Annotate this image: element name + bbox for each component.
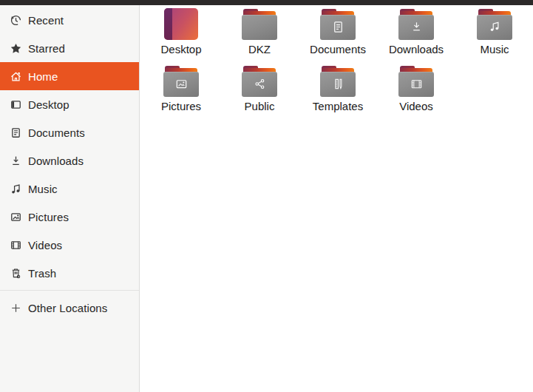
file-manager-window: Recent Starred Home Desktop Documents: [0, 0, 533, 392]
sidebar-item-label: Home: [28, 70, 58, 83]
sidebar-item-home[interactable]: Home: [0, 62, 139, 90]
file-item-downloads[interactable]: Downloads: [377, 7, 455, 64]
download-icon: [10, 155, 22, 167]
music-glyph-icon: [488, 20, 502, 34]
clock-icon: [10, 14, 22, 27]
window-header-edge: [0, 0, 533, 5]
picture-icon: [10, 211, 22, 223]
folder-templates-icon: [319, 64, 356, 98]
sidebar-separator: [0, 290, 139, 291]
file-item-dkz[interactable]: DKZ: [220, 7, 299, 64]
sidebar-item-downloads[interactable]: Downloads: [0, 146, 139, 175]
folder-music-icon: [476, 7, 513, 41]
sidebar-item-pictures[interactable]: Pictures: [0, 203, 139, 231]
folder-share-icon: [241, 64, 278, 98]
sidebar-item-label: Documents: [28, 126, 85, 139]
share-glyph-icon: [253, 77, 267, 91]
sidebar: Recent Starred Home Desktop Documents: [0, 5, 140, 392]
file-item-videos[interactable]: Videos: [377, 64, 455, 121]
sidebar-item-desktop[interactable]: Desktop: [0, 90, 139, 118]
file-label: Music: [480, 43, 509, 55]
folder-downloads-icon: [398, 7, 435, 41]
file-label: Pictures: [161, 100, 201, 112]
file-item-desktop[interactable]: Desktop: [142, 7, 220, 64]
sidebar-item-label: Starred: [28, 42, 65, 55]
sidebar-item-music[interactable]: Music: [0, 175, 139, 203]
desktop-panel-icon: [10, 98, 22, 111]
sidebar-item-label: Downloads: [28, 155, 84, 167]
picture-glyph-icon: [174, 77, 189, 91]
file-item-music[interactable]: Music: [455, 7, 533, 64]
folder-pictures-icon: [163, 64, 200, 98]
file-label: Videos: [399, 100, 433, 112]
sidebar-item-other-locations[interactable]: Other Locations: [0, 294, 139, 322]
sidebar-item-videos[interactable]: Videos: [0, 231, 139, 259]
file-label: Desktop: [160, 43, 201, 55]
file-item-templates[interactable]: Templates: [299, 64, 377, 121]
plus-icon: [10, 302, 22, 314]
desktop-gradient-icon: [163, 7, 200, 41]
sidebar-item-documents[interactable]: Documents: [0, 118, 139, 146]
templates-glyph-icon: [331, 77, 345, 91]
sidebar-item-starred[interactable]: Starred: [0, 34, 139, 62]
sidebar-item-trash[interactable]: Trash: [0, 259, 139, 287]
folder-documents-icon: [319, 7, 356, 41]
sidebar-item-label: Music: [28, 183, 58, 195]
film-icon: [10, 239, 22, 251]
file-label: DKZ: [248, 43, 271, 55]
file-grid: Desktop DKZ Documents: [140, 5, 533, 392]
file-label: Documents: [310, 43, 366, 55]
sidebar-item-label: Other Locations: [28, 302, 107, 314]
file-item-documents[interactable]: Documents: [299, 7, 377, 64]
folder-videos-icon: [398, 64, 435, 98]
file-label: Downloads: [389, 43, 444, 55]
sidebar-item-label: Desktop: [28, 98, 69, 111]
star-icon: [10, 42, 22, 55]
sidebar-item-recent[interactable]: Recent: [0, 6, 139, 34]
document-icon: [10, 126, 22, 139]
file-label: Templates: [313, 100, 363, 112]
trash-icon: [10, 267, 22, 280]
file-item-pictures[interactable]: Pictures: [142, 64, 220, 121]
document-glyph-icon: [331, 20, 345, 34]
download-glyph-icon: [410, 20, 424, 34]
music-note-icon: [10, 183, 22, 195]
sidebar-item-label: Recent: [28, 14, 64, 27]
sidebar-item-label: Trash: [28, 267, 56, 280]
file-item-public[interactable]: Public: [220, 64, 299, 121]
folder-icon: [241, 7, 278, 41]
file-label: Public: [245, 100, 275, 112]
sidebar-item-label: Videos: [28, 239, 62, 251]
home-icon: [10, 70, 22, 83]
sidebar-item-label: Pictures: [28, 211, 69, 223]
film-glyph-icon: [410, 77, 424, 91]
